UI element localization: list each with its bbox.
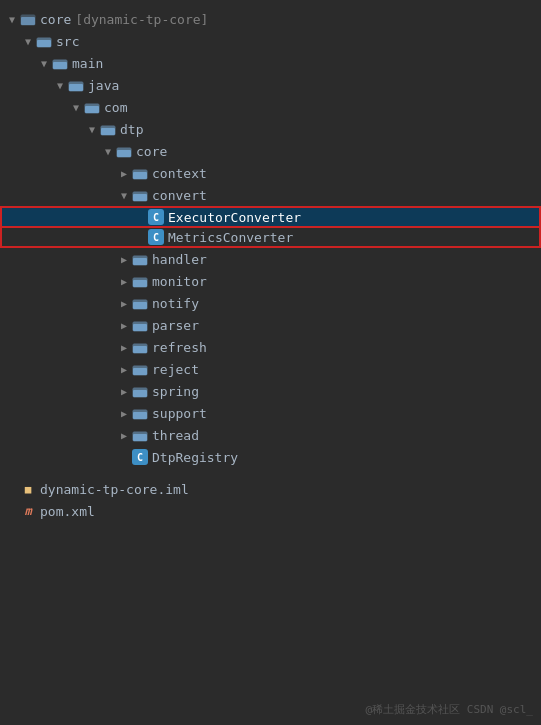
svg-rect-27 (133, 346, 147, 353)
svg-rect-15 (133, 172, 147, 179)
tree-item-dtp[interactable]: dtp (0, 118, 541, 140)
folder-icon-core-pkg (116, 143, 132, 159)
core-root-badge: [dynamic-tp-core] (75, 12, 208, 27)
arrow-parser (116, 317, 132, 333)
arrow-handler (116, 251, 132, 267)
folder-icon-com (84, 99, 100, 115)
convert-label: convert (152, 188, 207, 203)
arrow-reject (116, 361, 132, 377)
iml-label: dynamic-tp-core.iml (40, 482, 189, 497)
src-label: src (56, 34, 79, 49)
tree-item-core-pkg[interactable]: core (0, 140, 541, 162)
svg-rect-29 (133, 368, 147, 375)
arrow-monitor (116, 273, 132, 289)
class-icon-metrics-converter: C (148, 229, 164, 245)
xml-icon: m (20, 503, 36, 519)
notify-label: notify (152, 296, 199, 311)
folder-icon-support (132, 405, 148, 421)
tree-item-iml[interactable]: ■ dynamic-tp-core.iml (0, 478, 541, 500)
svg-rect-11 (101, 128, 115, 135)
arrow-refresh (116, 339, 132, 355)
tree-item-java[interactable]: java (0, 74, 541, 96)
arrow-spring (116, 383, 132, 399)
thread-label: thread (152, 428, 199, 443)
folder-icon-handler (132, 251, 148, 267)
module-icon (20, 11, 36, 27)
tree-item-support[interactable]: support (0, 402, 541, 424)
tree-item-refresh[interactable]: refresh (0, 336, 541, 358)
arrow-com (68, 99, 84, 115)
arrow-main (36, 55, 52, 71)
svg-rect-21 (133, 280, 147, 287)
arrow-context (116, 165, 132, 181)
folder-icon-refresh (132, 339, 148, 355)
com-label: com (104, 100, 127, 115)
svg-rect-23 (133, 302, 147, 309)
tree-item-core-root[interactable]: core [dynamic-tp-core] (0, 8, 541, 30)
tree-item-handler[interactable]: handler (0, 248, 541, 270)
tree-item-executor-converter[interactable]: C ExecutorConverter (0, 206, 541, 228)
svg-rect-17 (133, 194, 147, 201)
dtp-label: dtp (120, 122, 143, 137)
metrics-converter-label: MetricsConverter (168, 230, 293, 245)
tree-item-thread[interactable]: thread (0, 424, 541, 446)
refresh-label: refresh (152, 340, 207, 355)
svg-rect-5 (53, 62, 67, 69)
arrow-dtp (84, 121, 100, 137)
svg-rect-3 (37, 40, 51, 47)
spring-label: spring (152, 384, 199, 399)
tree-item-parser[interactable]: parser (0, 314, 541, 336)
tree-item-pom[interactable]: m pom.xml (0, 500, 541, 522)
iml-icon: ■ (20, 481, 36, 497)
svg-rect-33 (133, 412, 147, 419)
tree-item-metrics-converter[interactable]: C MetricsConverter (0, 226, 541, 248)
folder-icon-monitor (132, 273, 148, 289)
svg-rect-9 (85, 106, 99, 113)
reject-label: reject (152, 362, 199, 377)
arrow-support (116, 405, 132, 421)
tree-item-src[interactable]: src (0, 30, 541, 52)
file-tree: core [dynamic-tp-core] src main java com (0, 0, 541, 530)
svg-rect-31 (133, 390, 147, 397)
tree-item-dtp-registry[interactable]: C DtpRegistry (0, 446, 541, 468)
class-icon-executor-converter: C (148, 209, 164, 225)
arrow-java (52, 77, 68, 93)
tree-item-main[interactable]: main (0, 52, 541, 74)
folder-icon-notify (132, 295, 148, 311)
folder-icon-java (68, 77, 84, 93)
arrow-thread (116, 427, 132, 443)
arrow-notify (116, 295, 132, 311)
core-pkg-label: core (136, 144, 167, 159)
class-icon-dtp-registry: C (132, 449, 148, 465)
svg-rect-7 (69, 84, 83, 91)
executor-converter-label: ExecutorConverter (168, 210, 301, 225)
monitor-label: monitor (152, 274, 207, 289)
folder-icon-thread (132, 427, 148, 443)
tree-item-monitor[interactable]: monitor (0, 270, 541, 292)
svg-rect-13 (117, 150, 131, 157)
arrow-convert (116, 187, 132, 203)
folder-icon-dtp (100, 121, 116, 137)
folder-icon-parser (132, 317, 148, 333)
dtp-registry-label: DtpRegistry (152, 450, 238, 465)
tree-item-convert[interactable]: convert (0, 184, 541, 206)
svg-rect-19 (133, 258, 147, 265)
core-root-label: core (40, 12, 71, 27)
context-label: context (152, 166, 207, 181)
folder-icon-context (132, 165, 148, 181)
tree-item-context[interactable]: context (0, 162, 541, 184)
folder-icon-reject (132, 361, 148, 377)
svg-rect-35 (133, 434, 147, 441)
folder-icon-src (36, 33, 52, 49)
handler-label: handler (152, 252, 207, 267)
arrow-core-pkg (100, 143, 116, 159)
tree-item-com[interactable]: com (0, 96, 541, 118)
main-label: main (72, 56, 103, 71)
tree-item-reject[interactable]: reject (0, 358, 541, 380)
java-label: java (88, 78, 119, 93)
arrow-src (20, 33, 36, 49)
tree-item-spring[interactable]: spring (0, 380, 541, 402)
tree-item-notify[interactable]: notify (0, 292, 541, 314)
svg-rect-1 (21, 17, 35, 25)
arrow-core-root (4, 11, 20, 27)
